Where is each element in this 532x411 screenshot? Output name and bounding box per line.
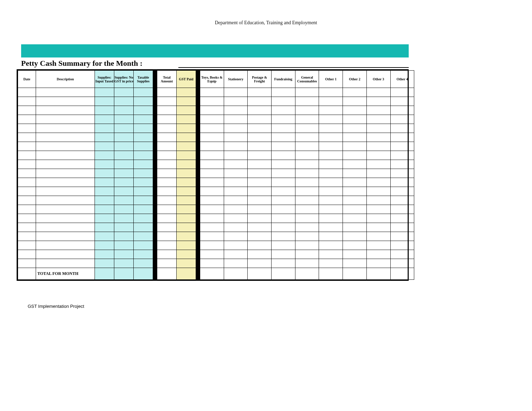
cell [114,241,134,250]
cell [366,151,390,160]
cell [390,196,414,205]
page: Department of Education, Training and Em… [0,0,532,411]
col-supplies-no-gst: Supplies: No GST in price [114,71,134,88]
cell [295,214,319,223]
cell [196,106,200,115]
cell [196,169,200,178]
cell [36,187,95,196]
cell [272,241,295,250]
cell [18,223,36,232]
cell [319,232,343,241]
cell [295,241,319,250]
cell [248,268,272,280]
cell [390,115,414,124]
cell [224,88,248,97]
table-row [18,124,414,133]
cell [95,223,114,232]
cell [319,124,343,133]
cell [366,232,390,241]
cell [153,196,157,205]
cell [390,88,414,97]
table-row [18,205,414,214]
cell [343,214,367,223]
cell [196,133,200,142]
cell [18,214,36,223]
cell [390,241,414,250]
cell [224,142,248,151]
cell [224,124,248,133]
cell [200,160,224,169]
cell [196,124,200,133]
cell [343,160,367,169]
cell [196,214,200,223]
cell [319,169,343,178]
cell [319,88,343,97]
cell [390,151,414,160]
cell [153,187,157,196]
cell [200,106,224,115]
cell [157,124,177,133]
cell [319,250,343,259]
cell [157,169,177,178]
cell [134,97,153,106]
cell [18,241,36,250]
cell [153,115,157,124]
cell [319,133,343,142]
cell [200,232,224,241]
cell [343,142,367,151]
cell [18,169,36,178]
cell [248,97,272,106]
table-row [18,196,414,205]
cell [272,259,295,268]
cell [36,97,95,106]
cell [343,178,367,187]
cell [319,151,343,160]
cell [177,205,196,214]
cell [153,250,157,259]
cell [319,268,343,280]
cell [157,133,177,142]
cell [390,268,414,280]
cell [390,214,414,223]
cell [196,178,200,187]
cell [18,178,36,187]
cell [319,259,343,268]
cell [95,97,114,106]
cell [18,151,36,160]
table-row [18,223,414,232]
cell [134,124,153,133]
cell [343,196,367,205]
cell [272,214,295,223]
cell [95,214,114,223]
cell [319,97,343,106]
col-taxable-supplies: Taxable Supplies [134,71,153,88]
cell [319,115,343,124]
col-gst-paid: GST Paid [177,71,196,88]
cell [134,232,153,241]
cell [157,214,177,223]
cell [95,169,114,178]
teal-banner [21,44,409,57]
cell [319,223,343,232]
cell [114,196,134,205]
cell [36,160,95,169]
col-date: Date [18,71,36,88]
table-body: TOTAL FOR MONTH [18,88,414,280]
cell [390,232,414,241]
cell [224,250,248,259]
cell [224,151,248,160]
cell [114,160,134,169]
cell [153,241,157,250]
cell [153,142,157,151]
cell [157,232,177,241]
cell [134,196,153,205]
cell [36,124,95,133]
cell [295,187,319,196]
cell [114,223,134,232]
summary-sheet: Date Description Supplies: Input Taxed S… [17,69,409,281]
cell [390,169,414,178]
col-fundraising: Fundraising [272,71,295,88]
cell [36,241,95,250]
cell [366,196,390,205]
cell [295,178,319,187]
